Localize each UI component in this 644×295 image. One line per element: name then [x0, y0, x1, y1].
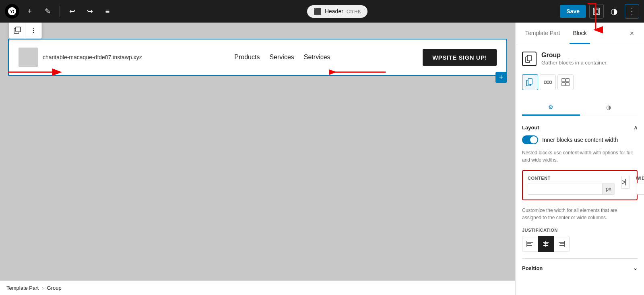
- svg-line-18: [622, 181, 625, 182]
- style-button[interactable]: ◑: [607, 4, 621, 19]
- position-section: Position ⌄: [522, 258, 638, 271]
- block-toolbar: ⋮: [9, 23, 42, 39]
- redo-button[interactable]: ↪: [83, 4, 97, 19]
- svg-rect-9: [528, 79, 532, 84]
- svg-rect-7: [527, 55, 531, 61]
- position-chevron-icon: ⌄: [633, 265, 638, 271]
- content-width-label: CONTENT: [528, 176, 615, 181]
- layout-collapse-icon[interactable]: ∧: [634, 124, 638, 131]
- content-width-toggle[interactable]: [522, 135, 538, 144]
- view-button[interactable]: [589, 4, 604, 19]
- layout-section-header[interactable]: Layout ∧: [522, 124, 638, 131]
- justify-right-button[interactable]: [553, 236, 570, 252]
- undo-button[interactable]: ↩: [65, 4, 79, 19]
- content-width-input-wrap: px: [528, 183, 615, 195]
- cta-button[interactable]: WPSITE SIGN UP!: [423, 49, 497, 66]
- block-name-label: Group: [541, 52, 608, 59]
- svg-rect-5: [16, 27, 21, 32]
- svg-line-19: [622, 182, 625, 184]
- width-inputs-row: CONTENT px WIDE px: [528, 176, 632, 195]
- justify-center-button[interactable]: [538, 236, 554, 252]
- block-type-icon: [522, 52, 537, 66]
- layout-section-label: Layout: [522, 125, 539, 131]
- position-header[interactable]: Position ⌄: [522, 265, 638, 271]
- duplicate-block-button[interactable]: [9, 23, 25, 38]
- svg-rect-23: [527, 242, 533, 243]
- svg-rect-24: [527, 243, 531, 244]
- nav-item-products[interactable]: Products: [234, 54, 260, 61]
- header-name: Header: [325, 8, 343, 15]
- add-inner-block-button[interactable]: +: [495, 72, 507, 83]
- settings-tab-bar: ⚙ ◑: [522, 100, 638, 116]
- tools-button[interactable]: ✎: [40, 4, 55, 19]
- wide-width-input[interactable]: [636, 183, 644, 194]
- site-logo: [19, 48, 38, 67]
- site-identity: charitable-macaque-dfde87.instawp.xyz: [19, 48, 142, 67]
- header-pill[interactable]: ⬛ Header Ctrl+K: [307, 5, 367, 18]
- panel-close-button[interactable]: ×: [626, 28, 638, 39]
- svg-rect-16: [566, 83, 569, 86]
- styles-tab[interactable]: ◑: [580, 100, 638, 116]
- header-block[interactable]: ⋮ charitable-macaque-dfde87.instawp.xyz …: [8, 39, 507, 76]
- toolbar-divider-1: [60, 6, 60, 17]
- save-button[interactable]: Save: [560, 5, 586, 18]
- list-view-button[interactable]: ≡: [100, 4, 115, 19]
- breadcrumb-group[interactable]: Group: [47, 285, 62, 291]
- top-toolbar: + ✎ ↩ ↪ ≡ ⬛ Header Ctrl+K Save ◑ ⋮: [0, 0, 644, 23]
- block-details: Group Gather blocks in a container.: [541, 52, 608, 66]
- breadcrumb-bar: Template Part › Group: [0, 280, 515, 295]
- position-label: Position: [522, 265, 543, 271]
- styles-tab-icon: ◑: [606, 104, 611, 110]
- right-panel: Template Part Block × Group Gather block…: [515, 23, 644, 295]
- layout-grid-button[interactable]: [557, 74, 574, 90]
- main-layout: ⋮ charitable-macaque-dfde87.instawp.xyz …: [0, 23, 644, 295]
- nav-item-services[interactable]: Services: [269, 54, 294, 61]
- toggle-hint: Nested blocks use content width with opt…: [522, 149, 638, 164]
- layout-row-button[interactable]: [540, 74, 556, 90]
- justification-buttons: [522, 236, 638, 252]
- svg-rect-31: [559, 242, 564, 243]
- content-width-unit[interactable]: px: [602, 183, 615, 194]
- settings-tab[interactable]: ⚙: [522, 100, 580, 116]
- content-width-input[interactable]: [528, 183, 602, 194]
- wide-width-input-wrap: px: [636, 183, 644, 195]
- svg-rect-0: [593, 8, 600, 15]
- site-url: charitable-macaque-dfde87.instawp.xyz: [43, 54, 142, 60]
- svg-rect-14: [566, 79, 569, 82]
- content-width-group: CONTENT px: [528, 176, 615, 195]
- justification-section: JUSTIFICATION: [522, 228, 638, 252]
- justification-label: JUSTIFICATION: [522, 228, 638, 233]
- shortcut-label: Ctrl+K: [347, 8, 361, 15]
- tab-template-part[interactable]: Template Part: [522, 23, 563, 44]
- header-inner: charitable-macaque-dfde87.instawp.xyz Pr…: [9, 39, 506, 75]
- justify-left-button[interactable]: [522, 236, 538, 252]
- wide-width-group: WIDE px: [636, 176, 644, 195]
- wp-logo[interactable]: [5, 4, 19, 19]
- content-separator-icon[interactable]: [621, 176, 630, 189]
- block-options-button[interactable]: ⋮: [25, 23, 41, 38]
- layout-stack-button[interactable]: [522, 74, 538, 90]
- breadcrumb-separator: ›: [42, 285, 43, 291]
- svg-rect-33: [559, 245, 564, 246]
- width-hint: Customize the width for all elements tha…: [522, 207, 638, 221]
- toggle-label: Inner blocks use content width: [542, 137, 618, 143]
- content-width-toggle-row: Inner blocks use content width: [522, 135, 638, 144]
- breadcrumb-template-part[interactable]: Template Part: [6, 285, 39, 291]
- tab-block[interactable]: Block: [570, 23, 590, 44]
- svg-rect-10: [544, 81, 546, 83]
- wide-width-label: WIDE: [636, 176, 644, 181]
- add-block-button[interactable]: +: [23, 4, 37, 19]
- nav-item-setrvices[interactable]: Setrvices: [304, 54, 330, 61]
- width-inputs-section: CONTENT px WIDE px: [522, 170, 638, 200]
- panel-body: Group Gather blocks in a container.: [516, 45, 644, 295]
- svg-rect-15: [562, 83, 565, 86]
- block-desc-label: Gather blocks in a container.: [541, 60, 608, 66]
- svg-rect-13: [562, 79, 565, 82]
- svg-rect-32: [560, 243, 564, 244]
- layout-icons-row: [522, 74, 638, 90]
- header-icon: ⬛: [314, 8, 322, 15]
- panel-header: Template Part Block ×: [516, 23, 644, 45]
- svg-rect-1: [594, 9, 599, 13]
- block-info: Group Gather blocks in a container.: [522, 52, 638, 66]
- more-options-button[interactable]: ⋮: [625, 4, 639, 19]
